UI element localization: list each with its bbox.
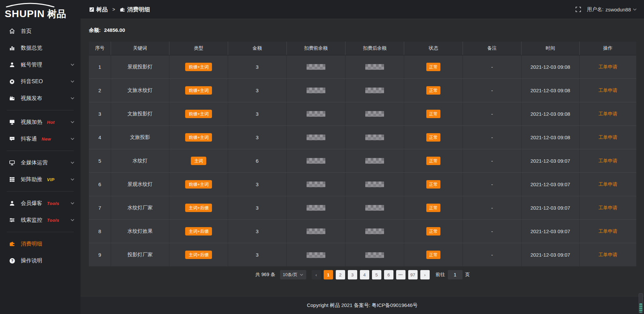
work-order-link[interactable]: 工单申请 bbox=[598, 64, 617, 69]
page-button-6[interactable]: 6 bbox=[384, 270, 393, 279]
sidebar-item-video-publish[interactable]: 视频发布 bbox=[0, 90, 80, 107]
next-page-button[interactable]: › bbox=[420, 270, 430, 279]
type-badge: 前缀+主词 bbox=[185, 180, 212, 189]
cell-time: 2021-12-03 09:08 bbox=[521, 55, 579, 78]
question-icon: ? bbox=[9, 257, 15, 264]
screen-icon bbox=[9, 119, 15, 125]
sidebar-item-instructions[interactable]: ? 操作说明 bbox=[0, 252, 80, 269]
work-order-link[interactable]: 工单申请 bbox=[598, 205, 617, 210]
sidebar-item-label: 矩阵助推 bbox=[21, 176, 42, 183]
sidebar-item-matrix-boost[interactable]: 矩阵助推 VIP bbox=[0, 171, 80, 188]
type-badge: 前缀+主词 bbox=[185, 86, 212, 95]
type-badge: 主词+后缀 bbox=[185, 251, 212, 259]
page-size-value: 10条/页 bbox=[283, 272, 298, 278]
sidebar-divider bbox=[7, 232, 74, 232]
svg-text:?: ? bbox=[11, 259, 13, 263]
page-size-select[interactable]: 10条/页 bbox=[280, 270, 306, 279]
footer: Copyright 树品 2021 备案号: 粤ICP备09019646号 bbox=[80, 296, 644, 314]
cell-keyword: 水纹灯效果 bbox=[111, 219, 169, 243]
scrollbar-thumb[interactable] bbox=[639, 304, 642, 312]
work-order-link[interactable]: 工单申请 bbox=[598, 158, 617, 163]
sidebar-item-video-heat[interactable]: 视频加热 Hot bbox=[0, 114, 80, 130]
cell-time: 2021-12-03 09:08 bbox=[521, 102, 579, 125]
breadcrumb-separator: > bbox=[112, 7, 115, 12]
work-order-link[interactable]: 工单申请 bbox=[598, 135, 617, 140]
work-order-link[interactable]: 工单申请 bbox=[598, 181, 617, 187]
brand-logo-en: SHUPIN bbox=[5, 9, 45, 19]
balance: 余额: 24856.00 bbox=[89, 27, 636, 34]
work-order-link[interactable]: 工单申请 bbox=[598, 88, 617, 93]
username-value: zswodun88 bbox=[605, 7, 631, 12]
pagination: 共 969 条 10条/页 ‹ 1 2 3 4 5 6 ••• 97 › 前往 … bbox=[89, 270, 636, 279]
goto-page-input[interactable] bbox=[448, 270, 463, 279]
breadcrumb-item-home[interactable]: 树品 bbox=[96, 6, 108, 13]
sidebar-item-member-baoke[interactable]: 会员爆客 Tools bbox=[0, 195, 80, 212]
redacted-balance-after bbox=[365, 158, 384, 164]
col-keyword: 关键词 bbox=[111, 42, 169, 55]
type-badge: 前缀+主词 bbox=[185, 110, 212, 118]
type-badge: 主词 bbox=[191, 157, 206, 165]
breadcrumb: 树品 > 消费明细 bbox=[89, 6, 150, 13]
scrollbar[interactable] bbox=[639, 293, 643, 313]
goto-suffix: 页 bbox=[465, 272, 470, 278]
sidebar-item-douketong[interactable]: 抖客通 New bbox=[0, 130, 80, 147]
status-badge: 正常 bbox=[426, 86, 440, 95]
sidebar-divider bbox=[7, 151, 74, 151]
prev-page-button[interactable]: ‹ bbox=[312, 270, 321, 279]
page-button-5[interactable]: 5 bbox=[372, 270, 381, 279]
redacted-balance-after bbox=[365, 228, 384, 234]
main-content: 余额: 24856.00 序号 关键词 类型 金额 扣费前余额 扣费后余额 状态… bbox=[80, 19, 644, 279]
more-pages-button[interactable]: ••• bbox=[396, 270, 406, 279]
chevron-down-icon bbox=[70, 178, 74, 181]
redacted-balance-before bbox=[307, 228, 325, 234]
redacted-balance-after bbox=[365, 205, 384, 211]
page-button-97[interactable]: 97 bbox=[408, 270, 418, 279]
wallet-icon bbox=[120, 7, 125, 12]
sidebar-divider bbox=[7, 191, 74, 192]
cell-index: 4 bbox=[89, 125, 111, 149]
sidebar-item-label: 会员爆客 bbox=[21, 200, 42, 207]
table-row: 5 水纹灯 主词 6 正常 - 2021-12-03 09:07 工单申请 bbox=[89, 149, 636, 172]
cell-remark: - bbox=[463, 243, 522, 266]
page-button-1[interactable]: 1 bbox=[324, 270, 333, 279]
fullscreen-icon[interactable] bbox=[576, 7, 581, 12]
sidebar-item-account[interactable]: 账号管理 bbox=[0, 56, 80, 73]
sliders-icon bbox=[9, 217, 15, 223]
type-badge: 主词+后缀 bbox=[185, 227, 212, 235]
cell-keyword: 景观水纹灯 bbox=[111, 172, 169, 196]
sidebar-item-douyin-seo[interactable]: 抖音SEO bbox=[0, 73, 80, 90]
sidebar-item-home[interactable]: 首页 bbox=[0, 23, 80, 40]
home-icon bbox=[9, 28, 15, 35]
table-row: 2 文旅水纹灯 前缀+主词 3 正常 - 2021-12-03 09:08 工单… bbox=[89, 78, 636, 102]
sidebar-item-all-media[interactable]: 全媒体运营 bbox=[0, 154, 80, 171]
user-menu[interactable]: 用户名: zswodun88 bbox=[587, 6, 637, 13]
username-label: 用户名: bbox=[587, 6, 603, 13]
chevron-down-icon bbox=[70, 63, 74, 66]
tools-badge: Tools bbox=[47, 201, 59, 206]
col-type: 类型 bbox=[169, 42, 228, 55]
sidebar-item-label: 数据总览 bbox=[21, 45, 42, 52]
page-button-4[interactable]: 4 bbox=[360, 270, 369, 279]
cell-remark: - bbox=[463, 78, 522, 102]
sidebar-item-consumption-detail[interactable]: 消费明细 bbox=[0, 235, 80, 252]
chevron-down-icon bbox=[70, 219, 74, 221]
sidebar-item-data-overview[interactable]: 数据总览 bbox=[0, 40, 80, 56]
table-row: 1 景观投影灯 前缀+主词 3 正常 - 2021-12-03 09:08 工单… bbox=[89, 55, 636, 78]
col-time: 时间 bbox=[521, 42, 579, 55]
status-badge: 正常 bbox=[426, 227, 440, 235]
page-button-2[interactable]: 2 bbox=[336, 270, 345, 279]
sidebar-item-label: 全媒体运营 bbox=[21, 159, 48, 166]
sidebar-menu: 首页 数据总览 账号管理 抖音SEO 视频发布 视频加热 Hot bbox=[0, 23, 80, 269]
sidebar-item-clue-monitor[interactable]: 线索监控 Tools bbox=[0, 212, 80, 228]
cell-amount: 3 bbox=[228, 55, 286, 78]
chevron-down-icon bbox=[70, 121, 74, 123]
page-button-3[interactable]: 3 bbox=[348, 270, 357, 279]
copyright-text: Copyright 树品 2021 备案号: 粤ICP备09019646号 bbox=[307, 302, 418, 309]
cell-remark: - bbox=[463, 149, 522, 172]
work-order-link[interactable]: 工单申请 bbox=[598, 252, 617, 257]
redacted-balance-after bbox=[365, 111, 384, 117]
cell-keyword: 景观投影灯 bbox=[111, 55, 169, 78]
redacted-balance-before bbox=[307, 64, 325, 70]
work-order-link[interactable]: 工单申请 bbox=[598, 111, 617, 116]
work-order-link[interactable]: 工单申请 bbox=[598, 228, 617, 234]
